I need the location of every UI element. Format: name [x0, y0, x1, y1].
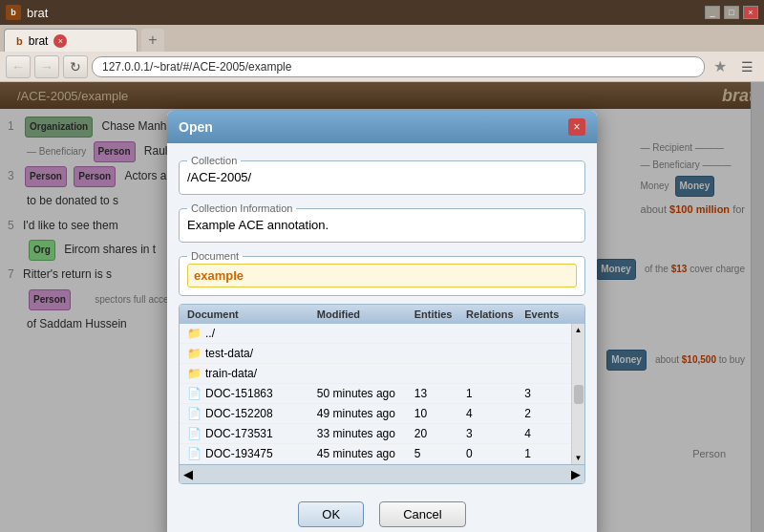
- collection-legend: Collection: [187, 155, 241, 166]
- new-tab-button[interactable]: +: [141, 29, 164, 52]
- events-6: 1: [524, 447, 563, 460]
- tab-close-button[interactable]: ×: [53, 34, 67, 48]
- file-table-body: 📁../ 📁test-data/ 📁tra: [180, 324, 571, 464]
- document-legend: Document: [187, 250, 243, 262]
- bookmark-button[interactable]: ★: [709, 55, 732, 78]
- file-icon-4: 📄: [187, 407, 202, 420]
- dialog-close-button[interactable]: ×: [568, 118, 585, 136]
- dialog-overlay: Open × Collection /ACE-2005/ Collection …: [0, 82, 764, 532]
- collection-info-value: Example ACE annotation.: [187, 216, 577, 234]
- col-entities: Entities: [414, 309, 466, 320]
- dialog-title: Open: [179, 119, 213, 135]
- tab-favicon: b: [16, 35, 23, 47]
- maximize-button[interactable]: □: [724, 6, 739, 19]
- file-icon-3: 📄: [187, 387, 202, 400]
- collection-info-legend: Collection Information: [187, 202, 296, 214]
- dialog-buttons: OK Cancel: [179, 494, 585, 531]
- file-name-5: 📄DOC-173531: [187, 427, 317, 440]
- events-5: 4: [524, 427, 563, 440]
- close-window-button[interactable]: ×: [743, 6, 758, 19]
- nav-right-button[interactable]: ▶: [571, 467, 581, 481]
- file-name-1: 📁test-data/: [187, 347, 317, 360]
- minimize-button[interactable]: _: [705, 6, 720, 19]
- file-table-container: Document Modified Entities Relations Eve…: [179, 304, 585, 484]
- col-relations: Relations: [466, 309, 524, 320]
- modified-6: 45 minutes ago: [317, 447, 414, 460]
- table-row[interactable]: 📄DOC-152208 49 minutes ago 10 4 2: [180, 404, 571, 424]
- file-icon-6: 📄: [187, 447, 202, 460]
- active-tab[interactable]: b brat ×: [4, 29, 138, 52]
- document-input[interactable]: [187, 264, 577, 287]
- collection-info-fieldset: Collection Information Example ACE annot…: [179, 202, 585, 243]
- nav-bar: ← → ↻ 127.0.0.1/~brat/#/ACE-2005/example…: [0, 52, 764, 82]
- back-button[interactable]: ←: [6, 55, 31, 78]
- file-table-header: Document Modified Entities Relations Eve…: [180, 305, 584, 324]
- forward-button[interactable]: →: [34, 55, 59, 78]
- col-document: Document: [187, 309, 317, 320]
- file-name-2: 📁train-data/: [187, 367, 317, 380]
- events-3: 3: [524, 387, 563, 400]
- main-area: /ACE-2005/example brat 1 Organization Ch…: [0, 82, 764, 532]
- table-nav: ◀ ▶: [180, 464, 584, 483]
- modified-4: 49 minutes ago: [317, 407, 414, 420]
- file-name-3: 📄DOC-151863: [187, 387, 317, 400]
- reload-button[interactable]: ↻: [63, 55, 88, 78]
- table-row[interactable]: 📁train-data/: [180, 364, 571, 384]
- window-controls[interactable]: _ □ ×: [705, 6, 758, 19]
- document-fieldset: Document: [179, 250, 585, 296]
- tab-bar: b brat × +: [0, 25, 764, 52]
- dialog-body: Collection /ACE-2005/ Collection Informa…: [167, 143, 597, 532]
- nav-left-button[interactable]: ◀: [183, 467, 193, 481]
- entities-3: 13: [414, 387, 466, 400]
- file-icon-5: 📄: [187, 427, 202, 440]
- relations-4: 4: [466, 407, 524, 420]
- table-row[interactable]: 📄DOC-173531 33 minutes ago 20 3 4: [180, 424, 571, 444]
- collection-value: /ACE-2005/: [187, 168, 577, 186]
- dialog-title-bar: Open ×: [167, 111, 597, 143]
- modified-3: 50 minutes ago: [317, 387, 414, 400]
- folder-icon-2: 📁: [187, 367, 202, 380]
- cancel-button[interactable]: Cancel: [379, 501, 465, 527]
- entities-5: 20: [414, 427, 466, 440]
- open-dialog: Open × Collection /ACE-2005/ Collection …: [167, 111, 597, 532]
- table-row[interactable]: 📁../: [180, 324, 571, 344]
- col-modified: Modified: [317, 309, 414, 320]
- collection-fieldset: Collection /ACE-2005/: [179, 155, 585, 195]
- tab-title: brat: [29, 34, 49, 48]
- modified-5: 33 minutes ago: [317, 427, 414, 440]
- relations-6: 0: [466, 447, 524, 460]
- file-name-4: 📄DOC-152208: [187, 407, 317, 420]
- table-row[interactable]: 📄DOC-151863 50 minutes ago 13 1 3: [180, 384, 571, 404]
- relations-5: 3: [466, 427, 524, 440]
- app-icon: b: [6, 5, 21, 20]
- table-wrapper: 📁../ 📁test-data/ 📁tra: [180, 324, 584, 464]
- table-scrollbar[interactable]: ▲ ▼: [571, 324, 584, 464]
- entities-6: 5: [414, 447, 466, 460]
- window-title: brat: [27, 6, 48, 20]
- address-bar[interactable]: 127.0.0.1/~brat/#/ACE-2005/example: [92, 56, 705, 77]
- relations-3: 1: [466, 387, 524, 400]
- title-bar: b brat _ □ ×: [0, 0, 764, 25]
- events-4: 2: [524, 407, 563, 420]
- table-row[interactable]: 📄DOC-193475 45 minutes ago 5 0 1: [180, 444, 571, 464]
- folder-icon-0: 📁: [187, 327, 202, 340]
- ok-button[interactable]: OK: [298, 501, 364, 527]
- file-name-0: 📁../: [187, 327, 317, 340]
- browser-window: b brat _ □ × b brat × + ← → ↻ 127.0.0.1/…: [0, 0, 764, 532]
- file-name-6: 📄DOC-193475: [187, 447, 317, 460]
- address-text: 127.0.0.1/~brat/#/ACE-2005/example: [102, 60, 291, 74]
- col-events: Events: [524, 309, 563, 320]
- entities-4: 10: [414, 407, 466, 420]
- folder-icon-1: 📁: [187, 347, 202, 360]
- table-row[interactable]: 📁test-data/: [180, 344, 571, 364]
- menu-button[interactable]: ☰: [735, 55, 758, 78]
